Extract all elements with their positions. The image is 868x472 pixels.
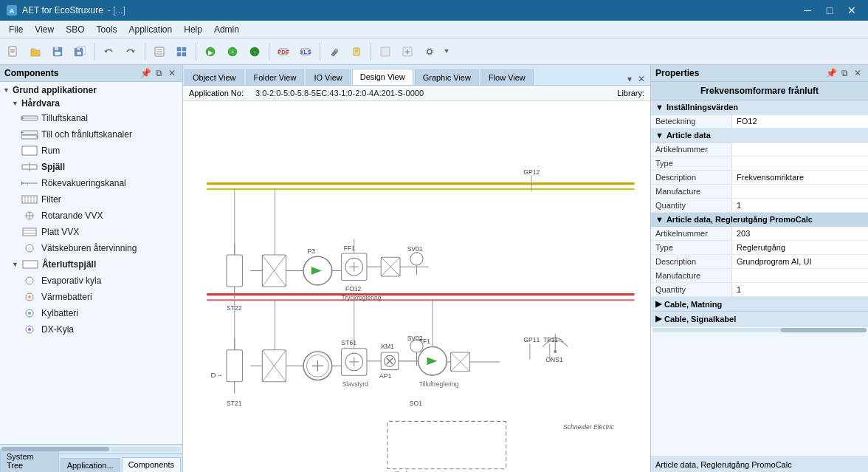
diagram-area[interactable]: ST22 P3 xyxy=(183,101,650,472)
props-section-articledata[interactable]: ▼ Article data xyxy=(651,129,868,143)
tree-item-rokevak[interactable]: ↑ Rökevakueringskanal xyxy=(0,175,182,191)
panel-close-btn[interactable]: ✕ xyxy=(166,67,178,79)
tree-item-filter[interactable]: Filter xyxy=(0,191,182,208)
svg-rect-68 xyxy=(23,261,38,268)
tab-objectview[interactable]: Object View xyxy=(185,69,244,85)
tree-item-rum[interactable]: Rum xyxy=(0,143,182,159)
props-value-quantity2[interactable]: 1 xyxy=(732,283,868,296)
tb-open[interactable] xyxy=(25,41,46,62)
tab-graphicview[interactable]: Graphic View xyxy=(415,69,479,85)
svg-marker-47 xyxy=(21,131,24,134)
tb-green2[interactable]: + xyxy=(222,41,243,62)
bottom-tab-systemtree[interactable]: System Tree xyxy=(0,449,59,472)
svg-rect-45 xyxy=(21,131,38,134)
tree-item-rotarande[interactable]: Rotarande VVX xyxy=(0,208,182,224)
menu-admin[interactable]: Admin xyxy=(208,23,245,36)
tab-designview[interactable]: Design View xyxy=(352,69,413,85)
props-value-artikelnummer1[interactable] xyxy=(732,143,868,156)
props-value-description1[interactable]: Frekvensomriktare xyxy=(732,171,868,184)
props-value-beteckning[interactable]: FO12 xyxy=(732,114,868,128)
tree-item-platt[interactable]: Platt VVX xyxy=(0,224,182,240)
tab-folderview[interactable]: Folder View xyxy=(246,69,305,85)
tree-label: Vätskeburen återvinning xyxy=(41,243,137,253)
props-value-quantity1[interactable]: 1 xyxy=(732,199,868,212)
tb-placeholder1[interactable] xyxy=(375,41,396,62)
menu-sbo[interactable]: SBO xyxy=(60,23,90,36)
props-row-type2: Type Reglerutgång xyxy=(651,241,868,255)
tb-green3[interactable]: ↑ xyxy=(244,41,265,62)
menu-application[interactable]: Application xyxy=(123,23,179,36)
tb-new[interactable] xyxy=(3,41,24,62)
props-section-reglerutgang[interactable]: ▼ Article data, Reglerutgång PromoCalc xyxy=(651,213,868,227)
tb-redo[interactable] xyxy=(120,41,141,62)
svg-text:SO1: SO1 xyxy=(410,400,422,407)
tree-item-hardvara[interactable]: ▼ Hårdvara xyxy=(0,97,182,110)
bottom-tab-components[interactable]: Components xyxy=(122,457,181,472)
tb-tool2[interactable] xyxy=(346,41,367,62)
tree-item-tilluftskanal[interactable]: Tilluftskanal xyxy=(0,110,182,126)
panel-pin-btn[interactable]: 📌 xyxy=(140,67,151,79)
svg-marker-48 xyxy=(35,136,38,138)
tree-item-aterluft[interactable]: ▼ Återluftspjäll xyxy=(0,256,182,273)
section-label: Cable, Signalkabel xyxy=(664,315,736,324)
minimize-button[interactable]: ─ xyxy=(797,3,818,18)
tree-item-dxkyla[interactable]: DX-Kyla xyxy=(0,321,182,338)
close-button[interactable]: ✕ xyxy=(841,3,862,18)
tb-export1[interactable]: PDF xyxy=(273,41,294,62)
tree-label: Rotarande VVX xyxy=(41,211,103,221)
props-row-manufacture1: Manufacture xyxy=(651,185,868,199)
platt-icon xyxy=(21,225,38,239)
tab-menu-btn[interactable]: ▾ xyxy=(624,73,636,85)
maximize-button[interactable]: □ xyxy=(819,3,840,18)
menu-help[interactable]: Help xyxy=(178,23,208,36)
svg-text:ST61: ST61 xyxy=(342,339,357,346)
props-value-manufacture1[interactable] xyxy=(732,185,868,198)
tree-scrollbar-thumb[interactable] xyxy=(1,447,109,451)
tb-tool1[interactable] xyxy=(324,41,345,62)
props-value-artikelnummer2[interactable]: 203 xyxy=(732,227,868,240)
tilloch-icon xyxy=(21,128,38,141)
panel-controls: 📌 ⧉ ✕ xyxy=(140,67,178,79)
props-section-cablesignal[interactable]: ▶ Cable, Signalkabel xyxy=(651,312,868,326)
tb-grid[interactable] xyxy=(171,41,192,62)
tree-item-vatskeburen[interactable]: ○ Vätskeburen återvinning xyxy=(0,240,182,256)
props-section-installning[interactable]: ▼ Inställningsvärden xyxy=(651,100,868,114)
tb-green1[interactable]: ▶ xyxy=(200,41,221,62)
menu-tools[interactable]: Tools xyxy=(90,23,123,36)
props-row-quantity2: Quantity 1 xyxy=(651,283,868,297)
props-float-btn[interactable]: ⧉ xyxy=(838,67,850,79)
props-pin-btn[interactable]: 📌 xyxy=(825,67,837,79)
tree-item-grund[interactable]: ▼ Grund applikationer xyxy=(0,83,182,97)
tree-item-tilloch[interactable]: Till och frånluftskanaler xyxy=(0,126,182,143)
svg-text:SV02: SV02 xyxy=(407,335,423,342)
tree-item-spjall[interactable]: Spjäll xyxy=(0,159,182,175)
props-section-cablematning[interactable]: ▶ Cable, Matning xyxy=(651,297,868,312)
tb-save[interactable] xyxy=(47,41,68,62)
varmebatteri-icon xyxy=(21,290,38,304)
tb-export2[interactable]: XLS xyxy=(295,41,316,62)
svg-text:A: A xyxy=(10,7,15,15)
tree-item-varmebatteri[interactable]: Värmebatteri xyxy=(0,289,182,305)
title-bar-subtitle: - [...] xyxy=(108,5,125,16)
panel-float-btn[interactable]: ⧉ xyxy=(153,67,165,79)
props-value-type2[interactable]: Reglerutgång xyxy=(732,241,868,254)
app-no-value: 3:0-2:0-5:0-5:8-5EC:43-1:0-2:0-4A:201-S-… xyxy=(255,89,424,98)
tb-dropdown[interactable] xyxy=(441,41,452,62)
tree-item-evaporativ[interactable]: ○ Evaporativ kyla xyxy=(0,273,182,289)
tb-placeholder2[interactable] xyxy=(397,41,418,62)
props-close-btn[interactable]: ✕ xyxy=(852,67,864,79)
tb-undo[interactable] xyxy=(98,41,119,62)
tb-list[interactable] xyxy=(149,41,170,62)
tab-close-btn[interactable]: ✕ xyxy=(636,73,647,85)
tb-settings[interactable] xyxy=(419,41,440,62)
tab-ioview[interactable]: IO View xyxy=(306,69,350,85)
tab-flowview[interactable]: Flow View xyxy=(480,69,534,85)
tb-save2[interactable] xyxy=(69,41,90,62)
menu-file[interactable]: File xyxy=(3,23,29,36)
props-value-manufacture2[interactable] xyxy=(732,269,868,282)
tree-item-kylbatteri[interactable]: Kylbatteri xyxy=(0,305,182,321)
props-value-type1[interactable] xyxy=(732,157,868,170)
menu-view[interactable]: View xyxy=(29,23,60,36)
bottom-tab-application[interactable]: Application... xyxy=(61,458,120,472)
props-value-description2[interactable]: Grundprogram AI, UI xyxy=(732,255,868,268)
